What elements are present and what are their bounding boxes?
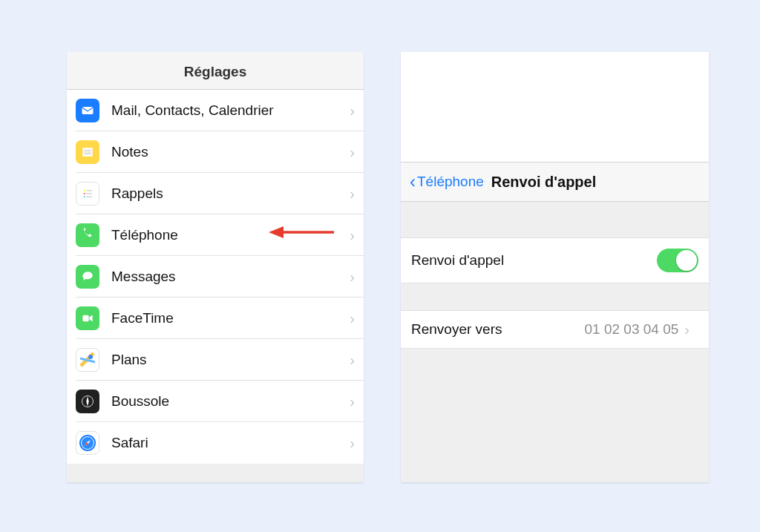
chevron-right-icon: › bbox=[350, 186, 355, 201]
settings-row-compass[interactable]: Boussole› bbox=[76, 381, 364, 422]
mail-icon bbox=[76, 99, 99, 122]
settings-row-label: Messages bbox=[111, 269, 350, 285]
right-spacer bbox=[401, 52, 709, 162]
chevron-right-icon: › bbox=[350, 311, 355, 326]
compass-icon bbox=[76, 390, 99, 413]
toggle-row: Renvoi d'appel bbox=[401, 237, 709, 283]
settings-list: Mail, Contacts, Calendrier›Notes›Rappels… bbox=[67, 90, 364, 464]
settings-row-label: Safari bbox=[111, 435, 350, 451]
settings-row-label: Boussole bbox=[111, 393, 350, 410]
settings-row-label: Téléphone bbox=[111, 227, 350, 243]
settings-row-messages[interactable]: Messages› bbox=[76, 256, 364, 298]
facetime-icon bbox=[76, 306, 99, 330]
svg-point-5 bbox=[84, 189, 85, 191]
settings-row-label: Rappels bbox=[111, 185, 350, 202]
settings-row-facetime[interactable]: FaceTime› bbox=[76, 298, 364, 339]
settings-row-mail[interactable]: Mail, Contacts, Calendrier› bbox=[76, 90, 364, 131]
reminders-icon bbox=[76, 182, 99, 206]
svg-rect-0 bbox=[82, 107, 94, 114]
toggle-label: Renvoi d'appel bbox=[411, 252, 657, 269]
svg-rect-12 bbox=[82, 315, 88, 321]
chevron-right-icon: › bbox=[350, 145, 355, 160]
call-forwarding-toggle[interactable] bbox=[657, 249, 698, 272]
settings-row-label: FaceTime bbox=[111, 310, 350, 326]
chevron-right-icon: › bbox=[350, 103, 355, 118]
messages-icon bbox=[76, 265, 99, 289]
settings-row-label: Notes bbox=[111, 144, 350, 160]
settings-row-label: Mail, Contacts, Calendrier bbox=[111, 102, 350, 119]
svg-point-7 bbox=[84, 196, 85, 197]
chevron-right-icon: › bbox=[350, 394, 355, 409]
settings-row-safari[interactable]: Safari› bbox=[76, 422, 364, 464]
maps-icon bbox=[76, 348, 99, 372]
svg-point-6 bbox=[84, 192, 85, 194]
settings-title: Réglages bbox=[67, 52, 364, 90]
chevron-right-icon: › bbox=[350, 228, 355, 243]
chevron-right-icon: › bbox=[350, 269, 355, 284]
chevron-right-icon: › bbox=[350, 436, 355, 450]
settings-row-label: Plans bbox=[111, 352, 350, 368]
settings-panel: Réglages Mail, Contacts, Calendrier›Note… bbox=[67, 52, 364, 482]
settings-row-reminders[interactable]: Rappels› bbox=[76, 173, 364, 214]
settings-row-phone[interactable]: Téléphone› bbox=[76, 214, 364, 256]
forward-to-row[interactable]: Renvoyer vers 01 02 03 04 05 › bbox=[401, 310, 709, 349]
forward-to-label: Renvoyer vers bbox=[411, 321, 585, 338]
settings-row-notes[interactable]: Notes› bbox=[76, 131, 364, 173]
settings-row-maps[interactable]: Plans› bbox=[76, 339, 364, 381]
forward-to-value: 01 02 03 04 05 bbox=[585, 321, 679, 338]
safari-icon bbox=[76, 431, 99, 455]
phone-icon bbox=[76, 223, 99, 247]
chevron-right-icon: › bbox=[684, 322, 689, 337]
notes-icon bbox=[76, 140, 99, 164]
back-chevron-icon[interactable]: ‹ bbox=[410, 173, 416, 191]
nav-title: Renvoi d'appel bbox=[491, 174, 596, 191]
back-button-label[interactable]: Téléphone bbox=[417, 174, 484, 190]
call-forwarding-panel: ‹ Téléphone Renvoi d'appel Renvoi d'appe… bbox=[401, 52, 709, 482]
nav-bar: ‹ Téléphone Renvoi d'appel bbox=[401, 162, 709, 202]
svg-point-14 bbox=[88, 355, 93, 359]
chevron-right-icon: › bbox=[350, 352, 355, 367]
